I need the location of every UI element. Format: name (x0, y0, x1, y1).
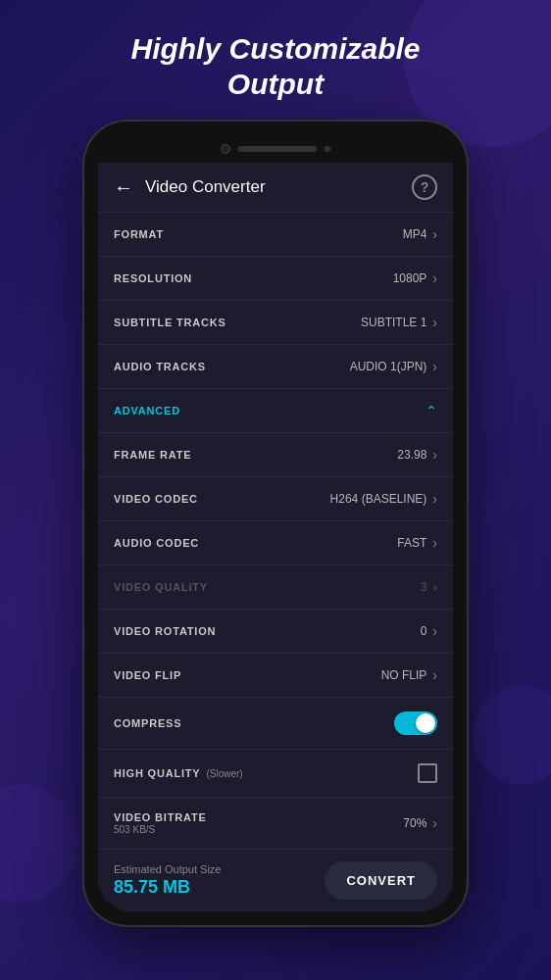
audio-codec-label: AUDIO CODEC (114, 537, 397, 549)
help-button[interactable]: ? (412, 174, 437, 200)
video-flip-value: NO FLIP (381, 668, 427, 682)
subtitle-tracks-row[interactable]: SUBTITLE TRACKS SUBTITLE 1 › (98, 301, 453, 345)
format-chevron: › (432, 226, 437, 242)
phone-notch (98, 135, 453, 163)
notch-bar (238, 146, 317, 152)
resolution-label: RESOLUTION (114, 272, 393, 284)
video-rotation-chevron: › (432, 623, 437, 639)
video-quality-chevron: › (432, 579, 437, 595)
format-label: FORMAT (114, 228, 403, 240)
video-rotation-label: VIDEO ROTATION (114, 625, 421, 637)
video-bitrate-row[interactable]: VIDEO BITRATE 503 KB/S 70% › (98, 798, 453, 849)
camera-icon (221, 144, 230, 154)
video-bitrate-percent: 70% (403, 816, 426, 830)
advanced-header[interactable]: ADVANCED ⌃ (98, 389, 453, 433)
video-quality-value: 3 (421, 580, 427, 594)
estimated-label: Estimated Output Size (114, 863, 325, 875)
output-size-value: 85.75 MB (114, 877, 325, 898)
video-codec-chevron: › (432, 491, 437, 507)
video-quality-label: VIDEO QUALITY (114, 581, 421, 593)
video-codec-value: H264 (BASELINE) (330, 492, 427, 506)
frame-rate-chevron: › (432, 447, 437, 463)
page-heading: Highly Customizable Output (130, 31, 420, 102)
app-content: ← Video Converter ? FORMAT MP4 › RESOLUT… (98, 163, 453, 911)
screen-title: Video Converter (145, 177, 412, 197)
settings-list: FORMAT MP4 › RESOLUTION 1080P › SUBTITLE… (98, 213, 453, 849)
top-bar: ← Video Converter ? (98, 163, 453, 213)
compress-toggle[interactable] (394, 711, 437, 735)
bg-decoration-3 (473, 686, 551, 784)
video-bitrate-chevron: › (432, 815, 437, 831)
video-bitrate-label-container: VIDEO BITRATE 503 KB/S (114, 811, 403, 835)
high-quality-label-container: HIGH QUALITY (Slower) (114, 767, 418, 779)
high-quality-checkbox[interactable] (418, 763, 437, 783)
frame-rate-value: 23.98 (397, 448, 426, 462)
compress-label: COMPRESS (114, 717, 394, 729)
compress-row[interactable]: COMPRESS (98, 698, 453, 750)
high-quality-row[interactable]: HIGH QUALITY (Slower) (98, 750, 453, 798)
video-rotation-value: 0 (421, 624, 427, 638)
video-quality-row[interactable]: VIDEO QUALITY 3 › (98, 565, 453, 610)
high-quality-sublabel: (Slower) (206, 768, 242, 779)
frame-rate-row[interactable]: FRAME RATE 23.98 › (98, 433, 453, 477)
audio-codec-chevron: › (432, 535, 437, 551)
frame-rate-label: FRAME RATE (114, 449, 397, 461)
subtitle-tracks-value: SUBTITLE 1 (361, 316, 426, 329)
video-bitrate-name: VIDEO BITRATE (114, 811, 403, 823)
audio-tracks-value: AUDIO 1(JPN) (350, 360, 427, 373)
format-row[interactable]: FORMAT MP4 › (98, 213, 453, 257)
bg-decoration-2 (0, 784, 78, 902)
audio-codec-value: FAST (397, 536, 426, 550)
video-rotation-row[interactable]: VIDEO ROTATION 0 › (98, 610, 453, 654)
subtitle-tracks-label: SUBTITLE TRACKS (114, 317, 361, 328)
toggle-thumb (416, 713, 435, 733)
format-value: MP4 (403, 227, 427, 241)
video-flip-chevron: › (432, 667, 437, 683)
audio-tracks-chevron: › (432, 359, 437, 374)
video-codec-label: VIDEO CODEC (114, 493, 330, 505)
phone-screen: ← Video Converter ? FORMAT MP4 › RESOLUT… (98, 135, 453, 911)
subtitle-tracks-chevron: › (432, 315, 437, 330)
output-info: Estimated Output Size 85.75 MB (114, 863, 325, 898)
video-flip-label: VIDEO FLIP (114, 669, 381, 681)
video-bitrate-size: 503 KB/S (114, 824, 403, 835)
high-quality-label: HIGH QUALITY (114, 767, 200, 779)
bottom-bar: Estimated Output Size 85.75 MB CONVERT (98, 849, 453, 911)
convert-button[interactable]: CONVERT (325, 861, 437, 900)
resolution-chevron: › (432, 270, 437, 286)
back-button[interactable]: ← (114, 176, 133, 199)
heading-line2: Output (227, 68, 324, 100)
audio-tracks-label: AUDIO TRACKS (114, 361, 350, 372)
notch-dot (325, 146, 330, 152)
advanced-chevron-icon: ⌃ (426, 403, 437, 418)
phone-mockup: ← Video Converter ? FORMAT MP4 › RESOLUT… (84, 122, 467, 925)
audio-tracks-row[interactable]: AUDIO TRACKS AUDIO 1(JPN) › (98, 345, 453, 389)
heading-line1: Highly Customizable (130, 32, 420, 65)
advanced-label: ADVANCED (114, 405, 426, 416)
video-flip-row[interactable]: VIDEO FLIP NO FLIP › (98, 654, 453, 698)
video-codec-row[interactable]: VIDEO CODEC H264 (BASELINE) › (98, 477, 453, 521)
audio-codec-row[interactable]: AUDIO CODEC FAST › (98, 521, 453, 565)
resolution-row[interactable]: RESOLUTION 1080P › (98, 257, 453, 301)
resolution-value: 1080P (393, 271, 427, 285)
